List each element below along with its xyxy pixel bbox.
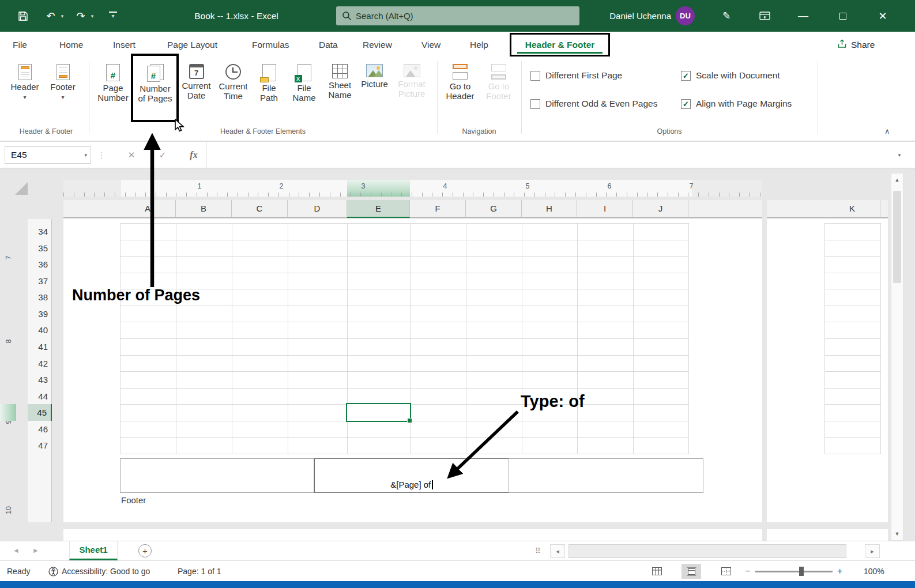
ribbon-tab-formulas[interactable]: Formulas — [252, 32, 289, 58]
collapse-ribbon-icon[interactable]: ∧ — [884, 127, 890, 135]
scroll-down-icon[interactable]: ▼ — [891, 527, 903, 540]
avatar[interactable]: DU — [676, 6, 695, 25]
button-label: Page — [103, 83, 123, 93]
zoom-slider-track[interactable] — [755, 571, 833, 572]
row-header[interactable]: 35 — [28, 240, 52, 257]
column-header[interactable]: K — [824, 200, 880, 218]
new-sheet-button[interactable]: + — [138, 544, 152, 557]
name-box[interactable]: E45 ▾ — [5, 146, 91, 164]
row-header[interactable]: 47 — [28, 437, 52, 454]
ribbon-tab-view[interactable]: View — [421, 32, 440, 58]
header-button[interactable]: Header ▾ — [7, 59, 43, 126]
row-header[interactable]: 44 — [28, 388, 52, 405]
scroll-left-icon[interactable]: ◂ — [550, 544, 565, 558]
row-header[interactable]: 41 — [28, 338, 52, 355]
grid-vline — [633, 223, 634, 454]
cells-grid[interactable] — [824, 223, 881, 454]
column-header[interactable]: J — [633, 200, 688, 218]
maximize-button[interactable] — [830, 0, 856, 32]
row-header[interactable]: 38 — [28, 289, 52, 306]
selected-cell[interactable] — [346, 403, 411, 422]
file-path-button[interactable]: File Path — [252, 59, 286, 126]
go-to-header-button[interactable]: Go to Header — [442, 59, 479, 126]
footer-left-section[interactable] — [120, 458, 314, 493]
zoom-in-button[interactable]: + — [837, 561, 842, 582]
checkbox-icon[interactable] — [530, 99, 540, 109]
undo-dropdown-icon[interactable]: ▾ — [57, 0, 68, 32]
ink-pen-icon[interactable]: ✎ — [714, 0, 739, 32]
row-header[interactable]: 37 — [28, 273, 52, 289]
row-header[interactable]: 46 — [28, 421, 52, 438]
vertical-scrollbar-thumb[interactable] — [893, 191, 901, 283]
row-header[interactable]: 43 — [28, 371, 52, 388]
share-button[interactable]: Share — [837, 36, 875, 54]
footer-button[interactable]: Footer ▾ — [45, 59, 81, 126]
redo-dropdown-icon[interactable]: ▾ — [86, 0, 98, 32]
normal-view-button[interactable] — [647, 564, 667, 579]
horizontal-scrollbar-thumb[interactable] — [568, 544, 846, 558]
column-header[interactable]: C — [232, 200, 288, 218]
expand-formula-bar-icon[interactable]: ▾ — [890, 146, 909, 164]
minimize-button[interactable]: — — [790, 0, 816, 32]
current-date-button[interactable]: 7 Current Date — [178, 59, 214, 126]
close-button[interactable]: ✕ — [870, 0, 895, 32]
picture-button[interactable]: Picture — [358, 59, 391, 126]
checkbox-align-page-margins[interactable]: ✓ Align with Page Margins — [681, 99, 792, 109]
page-number-button[interactable]: # Page Number — [93, 59, 133, 126]
footer-right-section[interactable] — [509, 458, 703, 493]
vertical-scrollbar[interactable]: ▲ ▼ — [891, 173, 903, 541]
accessibility-status[interactable]: Accessibility: Good to go — [62, 561, 150, 582]
insert-function-icon[interactable]: fx — [184, 146, 203, 164]
column-header[interactable]: B — [176, 200, 232, 218]
zoom-slider-thumb[interactable] — [799, 567, 804, 576]
checkbox-icon[interactable]: ✓ — [681, 71, 691, 81]
column-header[interactable]: H — [522, 200, 577, 218]
file-name-button[interactable]: X File Name — [287, 59, 322, 126]
zoom-level[interactable]: 100% — [864, 561, 884, 582]
ruler-number: 4 — [439, 182, 451, 190]
save-icon[interactable] — [10, 0, 36, 32]
ribbon-display-options-icon[interactable] — [752, 0, 777, 32]
row-header-selected[interactable]: 45 — [28, 404, 52, 421]
page-layout-view-button[interactable] — [681, 564, 701, 579]
select-all-corner[interactable] — [15, 182, 28, 195]
ribbon-tab-file[interactable]: File — [13, 32, 27, 58]
ribbon-tab-home[interactable]: Home — [59, 32, 83, 58]
column-header[interactable]: F — [410, 200, 466, 218]
page-indicator: Page: 1 of 1 — [178, 561, 221, 582]
column-header-selected[interactable]: E — [347, 200, 410, 218]
page-break-view-button[interactable] — [716, 564, 736, 579]
drag-handle-icon[interactable]: ⠿ — [535, 541, 541, 560]
search-bar[interactable]: Search (Alt+Q) — [336, 6, 579, 25]
row-header[interactable]: 39 — [28, 306, 52, 322]
accessibility-icon — [48, 567, 58, 578]
row-header[interactable]: 42 — [28, 355, 52, 372]
column-header[interactable]: G — [466, 200, 522, 218]
scroll-right-icon[interactable]: ▸ — [865, 544, 880, 558]
sheet-name-button[interactable]: Sheet Name — [322, 59, 357, 126]
scroll-up-icon[interactable]: ▲ — [891, 174, 903, 186]
ribbon-tab-review[interactable]: Review — [363, 32, 392, 58]
column-header[interactable]: D — [288, 200, 347, 218]
checkbox-icon[interactable]: ✓ — [681, 99, 691, 109]
previous-sheet-icon[interactable]: ◄ — [13, 541, 20, 560]
zoom-out-button[interactable]: − — [745, 561, 750, 582]
formula-input[interactable] — [206, 142, 888, 168]
ribbon-tab-help[interactable]: Help — [470, 32, 488, 58]
current-time-button[interactable]: Current Time — [215, 59, 251, 126]
checkbox-scale-with-document[interactable]: ✓ Scale with Document — [681, 70, 780, 81]
customize-toolbar-chevron-icon[interactable]: ▾ — [107, 0, 119, 32]
column-header[interactable]: I — [577, 200, 633, 218]
ribbon-tab-data[interactable]: Data — [319, 32, 338, 58]
checkbox-different-odd-even[interactable]: Different Odd & Even Pages — [530, 99, 657, 109]
checkbox-different-first-page[interactable]: Different First Page — [530, 70, 622, 81]
chevron-down-icon[interactable]: ▾ — [84, 147, 87, 163]
sheet-tab-sheet1[interactable]: Sheet1 — [69, 541, 118, 560]
ribbon-tab-header-footer[interactable]: Header & Footer — [525, 40, 595, 50]
row-header[interactable]: 40 — [28, 322, 52, 338]
row-header[interactable]: 34 — [28, 223, 52, 240]
checkbox-icon[interactable] — [530, 71, 540, 81]
group-label-header-footer: Header & Footer — [5, 127, 88, 135]
next-sheet-icon[interactable]: ► — [32, 541, 39, 560]
row-header[interactable]: 36 — [28, 256, 52, 273]
